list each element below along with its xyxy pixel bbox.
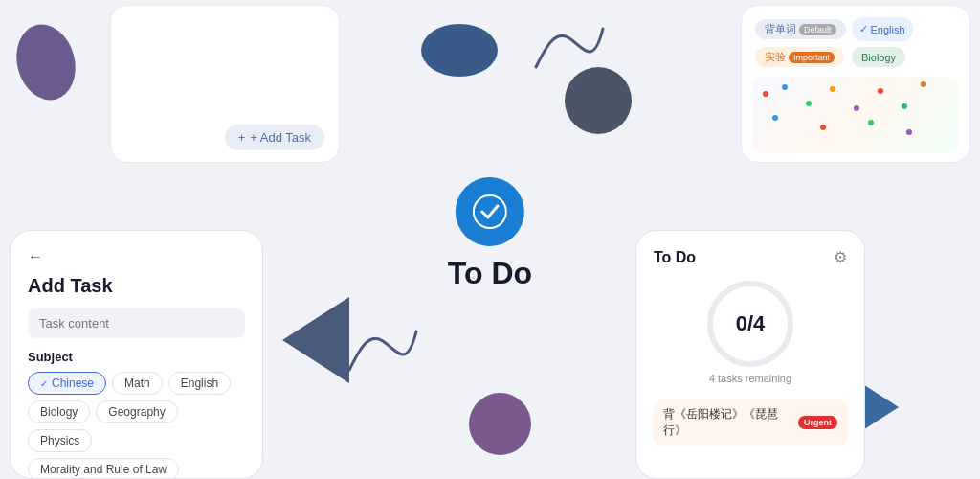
confetti-dot	[763, 91, 768, 97]
subject-tag-morality[interactable]: Morality and Rule of Law	[28, 458, 179, 479]
add-task-title: Add Task	[28, 275, 245, 297]
confetti-dot	[906, 129, 912, 135]
confetti-dot	[902, 103, 907, 109]
subject-label-math: Math	[124, 376, 150, 390]
confetti-dot	[854, 105, 859, 111]
subject-tags-row-2: Biology Geography Physics	[28, 400, 245, 452]
add-task-label: + Add Task	[250, 130, 311, 145]
task-item[interactable]: 背《岳阳楼记》《琵琶行》 Urgent	[654, 399, 847, 446]
tag-experiment[interactable]: 实验 Important	[755, 47, 844, 67]
subject-label-chinese: Chinese	[52, 376, 94, 390]
card-top-right: 背单词 Default ✓ English 实验 Important Biolo…	[741, 5, 970, 163]
check-icon: ✓	[40, 378, 48, 389]
subject-tag-english[interactable]: English	[168, 372, 231, 395]
confetti-dot	[782, 84, 788, 90]
subject-tag-math[interactable]: Math	[112, 372, 163, 395]
subject-label-biology: Biology	[40, 405, 78, 419]
task-item-text: 背《岳阳楼记》《琵琶行》	[663, 406, 798, 439]
tag-memorize[interactable]: 背单词 Default	[755, 19, 846, 39]
card-top-left: + + Add Task	[110, 5, 340, 163]
todo-card: To Do ⚙ 0/4 4 tasks remaining 背《岳阳楼记》《琵琶…	[635, 230, 865, 479]
important-badge: Important	[789, 52, 835, 63]
confetti-dot	[806, 101, 812, 106]
default-badge: Default	[799, 24, 836, 35]
add-task-button-top-left[interactable]: + + Add Task	[225, 125, 324, 150]
subject-label: Subject	[28, 350, 245, 364]
subject-tag-physics[interactable]: Physics	[28, 429, 92, 452]
subject-tags-row-3: Morality and Rule of Law Chemistry	[28, 458, 245, 479]
confetti-dot	[820, 125, 826, 130]
logo-container: To Do	[448, 177, 532, 291]
subject-label-geography: Geography	[108, 405, 165, 419]
squiggle-bottom-decoration	[345, 322, 421, 383]
progress-number: 0/4	[736, 311, 766, 336]
task-content-input[interactable]	[28, 308, 245, 338]
back-button[interactable]: ←	[28, 248, 43, 265]
todo-title: To Do	[654, 249, 696, 266]
add-task-card: ← Add Task Subject ✓ Chinese Math Englis…	[10, 230, 263, 479]
subject-label-physics: Physics	[40, 434, 79, 447]
logo-circle	[456, 177, 524, 246]
plus-icon: +	[238, 130, 246, 145]
progress-container: 0/4 4 tasks remaining	[654, 281, 847, 384]
subject-label-english: English	[181, 376, 218, 390]
todo-header: To Do ⚙	[654, 248, 847, 266]
squiggle-top-decoration	[531, 19, 608, 80]
settings-icon[interactable]: ⚙	[834, 248, 847, 266]
confetti-dot	[921, 81, 926, 87]
confetti-dot	[878, 88, 883, 94]
subject-label-morality: Morality and Rule of Law	[40, 463, 167, 476]
purple-oval-decoration	[9, 18, 84, 107]
blue-oval-decoration	[421, 24, 498, 77]
confetti-dot	[772, 115, 778, 121]
check-icon: ✓	[859, 23, 868, 35]
svg-point-0	[474, 195, 506, 228]
triangle-left-decoration	[282, 297, 349, 383]
progress-circle: 0/4	[707, 281, 793, 367]
subject-tag-geography[interactable]: Geography	[96, 400, 177, 423]
subject-tag-chinese[interactable]: ✓ Chinese	[28, 372, 106, 395]
tag-english-check[interactable]: ✓ English	[852, 17, 913, 41]
subject-tags-row-1: ✓ Chinese Math English	[28, 372, 245, 395]
urgent-badge: Urgent	[798, 416, 837, 429]
tag-biology[interactable]: Biology	[852, 47, 905, 67]
confetti-dot	[868, 120, 874, 125]
subject-tag-biology[interactable]: Biology	[28, 400, 90, 423]
app-title: To Do	[448, 256, 532, 291]
tasks-remaining-label: 4 tasks remaining	[709, 373, 791, 384]
purple-circle-decoration	[469, 393, 531, 455]
confetti-area	[753, 77, 958, 153]
tags-container: 背单词 Default ✓ English 实验 Important Biolo…	[753, 17, 958, 69]
logo-checkmark-icon	[473, 194, 507, 229]
confetti-dot	[830, 86, 835, 92]
